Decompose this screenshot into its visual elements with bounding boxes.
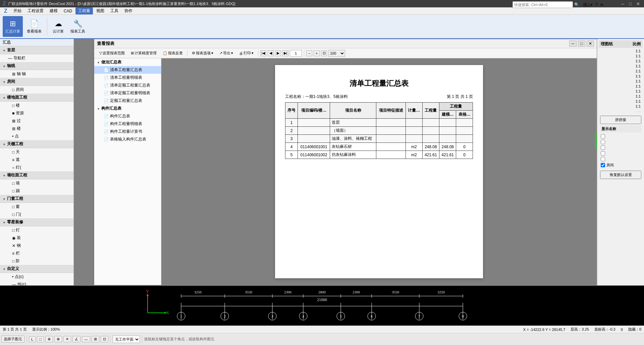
page-prev-btn[interactable]: ◀ — [268, 50, 274, 56]
view-report-btn[interactable]: 📋 报表反查 — [160, 50, 185, 57]
tree-folder-component[interactable]: 构件汇总表 — [94, 105, 161, 112]
select-sub-element-btn[interactable]: 选择子图元 — [1, 336, 24, 343]
menu-item-tools[interactable]: 工具 — [108, 7, 121, 14]
quick-search-input[interactable] — [513, 1, 573, 8]
report-minimize-btn[interactable]: ─ — [569, 41, 577, 47]
checkbox-2[interactable] — [601, 140, 605, 144]
arrow-icon[interactable]: ⊳ — [600, 2, 604, 7]
sidebar-section-misc[interactable]: 零星装修 — [0, 218, 73, 226]
shape-btn-l[interactable]: L — [29, 336, 36, 342]
sidebar-section-room[interactable]: 房间 — [0, 78, 73, 86]
sidebar-item-window[interactable]: □窗 — [0, 203, 73, 211]
sidebar-item-axis[interactable]: ⊞ 轴 轴 — [0, 70, 73, 78]
sidebar-section-ceiling[interactable]: 天棚工程 — [0, 140, 73, 148]
sidebar-item-point[interactable]: •点 — [0, 132, 73, 140]
sidebar-section-floor1[interactable]: 首层 — [0, 46, 73, 54]
sidebar-section-custom[interactable]: 自定义 — [0, 265, 73, 273]
sidebar-item-rail[interactable]: ≡栏 — [0, 249, 73, 257]
search-icon[interactable]: 🔍 — [574, 2, 579, 7]
grab-btn[interactable]: 拼拼接 — [600, 116, 641, 124]
sidebar-item-door[interactable]: □门( — [0, 211, 73, 218]
shape-btn-dotted[interactable]: ⊡ — [101, 336, 108, 342]
maximize-button[interactable]: □ — [628, 1, 633, 6]
menu-item-view[interactable]: 视图 — [94, 7, 107, 14]
sidebar-item-navbar[interactable]: — 导航栏 — [0, 54, 73, 62]
right-panel-toggle[interactable]: 隠ぷ▾ — [583, 2, 593, 7]
shape-btn-x[interactable]: ⊗ — [54, 336, 62, 342]
tree-leaf-comp-calc[interactable]: 📄 构件工程量计算书 — [94, 128, 161, 135]
ribbon-cloud-calc[interactable]: ☁ 云计算 — [50, 16, 66, 37]
tree-leaf-table-input[interactable]: 📄 表格输入构件汇总表 — [94, 135, 161, 143]
shape-btn-cross[interactable]: ✕ — [63, 336, 71, 342]
tree-leaf-bill-summary[interactable]: 📄 清单工程量汇总表 — [94, 66, 161, 74]
zoom-out-btn[interactable]: − — [306, 50, 312, 56]
ribbon-summary-calc[interactable]: ⊞ 汇总计算 — [3, 16, 23, 37]
sidebar-item-floor2[interactable]: ⊞楼 — [0, 125, 73, 132]
tree-leaf-bill-quota-summary[interactable]: 📄 清单定额工程量汇总表 — [94, 81, 161, 89]
page-last-btn[interactable]: ▶| — [282, 50, 288, 56]
shape-btn-line[interactable]: — — [82, 336, 90, 342]
sidebar-section-axis[interactable]: 轴线 — [0, 62, 73, 70]
sidebar-section-wall[interactable]: 墙柱面工程 — [0, 171, 73, 179]
sidebar-item-misc-light[interactable]: □灯 — [0, 226, 73, 234]
export-btn[interactable]: ↗ 导出 ▾ — [217, 50, 235, 57]
menu-item-quantities[interactable]: 工程量 — [75, 7, 93, 14]
restore-defaults-btn[interactable]: 恢复默认设置 — [600, 171, 641, 179]
menu-start[interactable]: Z — [1, 7, 10, 15]
tree-leaf-comp-summary[interactable]: 📄 构件汇总表 — [94, 112, 161, 120]
checkbox-1[interactable] — [601, 134, 605, 138]
zoom-select[interactable]: 100 75 50 150 — [328, 50, 345, 57]
sidebar-item-floor1[interactable]: □楼 — [0, 102, 73, 109]
close-button[interactable]: ✕ — [635, 1, 641, 6]
shape-btn-rect[interactable]: □ — [37, 336, 44, 342]
tree-leaf-comp-detail[interactable]: 📄 构件工程量明细表 — [94, 120, 161, 128]
checkbox-4[interactable] — [601, 151, 605, 156]
zoom-in-btn[interactable]: + — [314, 50, 320, 56]
menu-item-1[interactable]: 工程设置 — [25, 7, 46, 14]
tree-leaf-bill-quota-detail[interactable]: 📄 清单定额工程量明细表 — [94, 89, 161, 97]
minimize-button[interactable]: ─ — [620, 1, 626, 6]
sidebar-item-shade[interactable]: ≡遮 — [0, 156, 73, 164]
sidebar-item-room[interactable]: □ 房间 — [0, 86, 73, 94]
sidebar-item-step[interactable]: □阶 — [0, 257, 73, 265]
page-input[interactable] — [290, 50, 302, 57]
work-plane-select[interactable]: 无工作平面 — [113, 336, 140, 343]
menu-item-0[interactable]: 开始 — [11, 7, 24, 14]
ribbon-view-report[interactable]: 📄 查看报表 — [24, 16, 44, 37]
sidebar-item-ceiling1[interactable]: □天 — [0, 148, 73, 156]
sidebar-item-kick[interactable]: □踢 — [0, 187, 73, 195]
sidebar-item-decor[interactable]: ◉装 — [0, 234, 73, 242]
checkbox-5[interactable] — [601, 157, 605, 161]
checkbox-3[interactable] — [601, 146, 605, 150]
sidebar-section-door-window[interactable]: 门窗工程 — [0, 195, 73, 203]
sidebar-section-floor-eng[interactable]: 楼地面工程 — [0, 94, 73, 102]
tree-folder-method[interactable]: 做法汇总表 — [94, 58, 161, 66]
shape-btn-grid[interactable]: ⊞ — [92, 336, 99, 342]
shape-btn-angle[interactable]: ∠ — [72, 336, 80, 342]
sidebar-item-custom-point[interactable]: •点(c) — [0, 273, 73, 281]
calc-accuracy-btn[interactable]: ⊞ 计算精度管理 — [128, 50, 159, 57]
menu-item-2[interactable]: 建模 — [47, 7, 60, 14]
page-first-btn[interactable]: |◀ — [260, 50, 266, 56]
zoom-fit-btn[interactable]: ⊡ — [321, 50, 327, 56]
report-maximize-btn[interactable]: □ — [578, 41, 585, 47]
sidebar-item-light[interactable]: ○灯( — [0, 164, 73, 171]
sidebar-item-pass[interactable]: ⊠过 — [0, 117, 73, 125]
help-icon[interactable]: ? — [595, 2, 598, 7]
page-next-btn[interactable]: ▶ — [275, 50, 281, 56]
report-close-btn[interactable]: ✕ — [587, 41, 594, 47]
sidebar-item-wall1[interactable]: □墙 — [0, 179, 73, 187]
set-scope-btn[interactable]: ▽ 设置报表范围 — [97, 50, 127, 57]
sidebar-item-steel[interactable]: ✕钢 — [0, 242, 73, 249]
tree-leaf-quota-summary[interactable]: 📄 定额工程量汇总表 — [94, 97, 161, 105]
ribbon-report-tools[interactable]: 🔧 报表工具 — [68, 16, 88, 37]
sidebar-item-custom-line[interactable]: —线(c) — [0, 281, 73, 285]
menu-item-cad[interactable]: CAD — [61, 8, 75, 14]
print-btn[interactable]: 🖨 打印 ▾ — [237, 50, 256, 57]
menu-item-collab[interactable]: 协作 — [122, 7, 135, 14]
tree-leaf-bill-detail[interactable]: 📄 清单工程量明细表 — [94, 74, 161, 81]
report-options-btn[interactable]: ⚙ 报表选项 ▾ — [190, 50, 216, 57]
sidebar-item-resource[interactable]: ■资源 — [0, 109, 73, 117]
checkbox-room[interactable] — [601, 163, 605, 167]
shape-btn-circle[interactable]: ⊕ — [45, 336, 53, 342]
